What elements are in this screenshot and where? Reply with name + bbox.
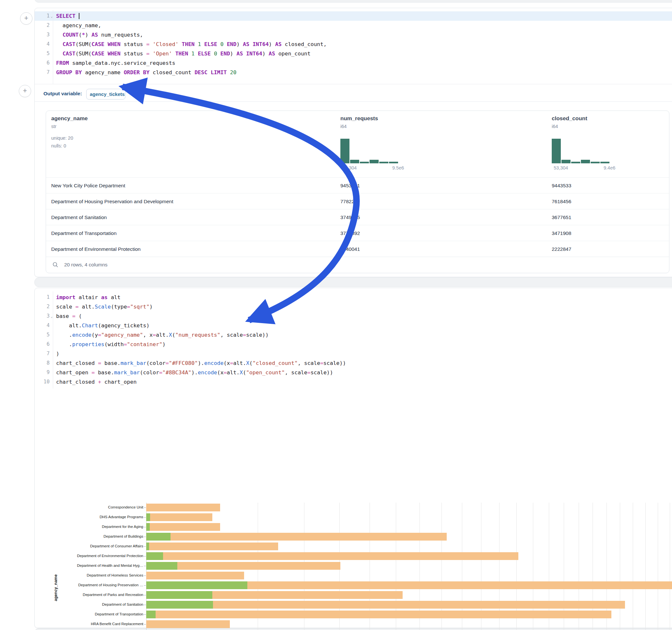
code-line-5[interactable]: 5 .encode(y="agency_name", x=alt.X("num_… bbox=[35, 330, 672, 340]
gridline bbox=[658, 503, 658, 630]
line-number: 1 bbox=[35, 293, 50, 302]
open_count-bar bbox=[146, 523, 150, 531]
line-number: 7 bbox=[35, 68, 50, 77]
table-cell: 7618456 bbox=[552, 193, 571, 209]
table-row[interactable]: Department of Sanitation37494853677651 bbox=[46, 209, 669, 225]
open_count-bar bbox=[146, 513, 150, 521]
next-cell-edge bbox=[34, 628, 672, 630]
code-text: CAST(SUM(CASE WHEN status = 'Closed' THE… bbox=[56, 40, 327, 49]
table-row[interactable]: New York City Police Department945313194… bbox=[46, 177, 669, 193]
line-number: 6 bbox=[35, 340, 50, 349]
table-row[interactable]: Department of Housing Preservation and D… bbox=[46, 193, 669, 209]
code-line-3[interactable]: 3⌄base = ( bbox=[35, 311, 672, 321]
y-axis-label: Department of Sanitation bbox=[36, 602, 143, 606]
column-type: i64 bbox=[552, 124, 558, 129]
column-header-num_requests[interactable]: num_requests bbox=[340, 115, 378, 122]
code-line-9[interactable]: 9chart_open = base.mark_bar(color="#8BC3… bbox=[35, 368, 672, 377]
y-axis-label: Department for the Aging bbox=[36, 525, 143, 529]
fold-chevron-icon[interactable]: ⌄ bbox=[51, 312, 53, 321]
histogram-bar bbox=[600, 162, 609, 163]
y-axis-label: Department of Health and Mental Hyg… bbox=[36, 563, 143, 567]
line-number: 3 bbox=[35, 311, 50, 321]
histogram-min-label: 53,304 bbox=[342, 165, 357, 170]
code-line-4[interactable]: 4 CAST(SUM(CASE WHEN status = 'Closed' T… bbox=[35, 40, 672, 49]
code-line-6[interactable]: 6 .properties(width="container") bbox=[35, 340, 672, 349]
code-line-1[interactable]: 1⌄SELECT bbox=[35, 11, 672, 21]
line-number: 4 bbox=[35, 321, 50, 330]
table-cell: Department of Housing Preservation and D… bbox=[51, 193, 173, 209]
code-text: import altair as alt bbox=[56, 293, 121, 302]
add-cell-button-output[interactable]: + bbox=[19, 85, 31, 97]
open_count-bar bbox=[146, 591, 212, 599]
output-table-divider bbox=[35, 101, 672, 102]
histogram-bar bbox=[379, 162, 388, 163]
column-header-closed_count[interactable]: closed_count bbox=[552, 115, 587, 122]
output-variable-pill[interactable]: agency_tickets bbox=[86, 89, 125, 99]
y-axis-label: Correspondence Unit bbox=[36, 505, 143, 509]
code-line-2[interactable]: 2 agency_name, bbox=[35, 21, 672, 30]
y-axis-tick bbox=[144, 547, 146, 547]
line-number: 6 bbox=[35, 58, 50, 68]
search-icon[interactable] bbox=[52, 262, 58, 268]
code-line-8[interactable]: 8chart_closed = base.mark_bar(color="#FF… bbox=[35, 358, 672, 368]
histogram-bar bbox=[369, 160, 379, 163]
open_count-bar bbox=[146, 610, 155, 618]
code-text: COUNT(*) AS num_requests, bbox=[56, 30, 143, 40]
code-text: base = ( bbox=[56, 311, 82, 321]
y-axis-title: agency_name bbox=[53, 574, 58, 601]
y-axis-tick bbox=[144, 585, 146, 586]
code-line-4[interactable]: 4 alt.Chart(agency_tickets) bbox=[35, 321, 672, 330]
histogram-bar bbox=[581, 160, 590, 163]
open_count-bar bbox=[146, 562, 177, 570]
y-axis-label: DHS Advantage Programs bbox=[36, 515, 143, 519]
gridline bbox=[620, 503, 620, 630]
table-cell: 2222847 bbox=[552, 241, 571, 257]
code-line-5[interactable]: 5 CAST(SUM(CASE WHEN status = 'Open' THE… bbox=[35, 49, 672, 58]
code-text: FROM sample_data.nyc.service_requests bbox=[56, 58, 175, 68]
table-row[interactable]: Department of Transportation377489234719… bbox=[46, 225, 669, 241]
table-footer: 20 rows, 4 columns bbox=[46, 257, 669, 273]
open_count-bar bbox=[146, 581, 247, 589]
line-number: 7 bbox=[35, 349, 50, 358]
table-cell: 7782211 bbox=[340, 193, 360, 209]
code-output-divider bbox=[35, 84, 672, 84]
gridline bbox=[670, 503, 670, 630]
code-line-7[interactable]: 7) bbox=[35, 349, 672, 358]
column-header-agency_name[interactable]: agency_name bbox=[51, 115, 88, 122]
code-line-6[interactable]: 6FROM sample_data.nyc.service_requests bbox=[35, 58, 672, 68]
column-type: str bbox=[51, 124, 56, 129]
line-number: 3 bbox=[35, 30, 50, 40]
previous-cell-edge bbox=[34, 0, 672, 3]
table-row[interactable]: Department of Environmental Protection22… bbox=[46, 241, 669, 257]
y-axis-tick bbox=[144, 508, 146, 508]
fold-chevron-icon[interactable]: ⌄ bbox=[51, 12, 53, 21]
y-axis-tick bbox=[144, 566, 146, 566]
y-axis-label: Department of Transportation bbox=[36, 612, 143, 616]
line-number: 8 bbox=[35, 358, 50, 368]
closed_count-bar bbox=[146, 572, 244, 579]
code-text: agency_name, bbox=[56, 21, 101, 30]
sql-code-editor[interactable]: 1⌄SELECT 2 agency_name,3 COUNT(*) AS num… bbox=[35, 8, 672, 84]
line-number: 5 bbox=[35, 49, 50, 58]
code-text: .properties(width="container") bbox=[56, 340, 166, 349]
code-line-3[interactable]: 3 COUNT(*) AS num_requests, bbox=[35, 30, 672, 40]
histogram-bar bbox=[350, 160, 359, 163]
histogram-bar bbox=[571, 162, 580, 163]
histogram-bar bbox=[389, 162, 398, 163]
add-cell-gap[interactable] bbox=[34, 277, 672, 287]
y-axis-label: HRA Benefit Card Replacement bbox=[36, 622, 143, 626]
table-cell: Department of Environmental Protection bbox=[51, 241, 141, 257]
add-cell-button-top[interactable]: + bbox=[20, 12, 32, 25]
code-line-1[interactable]: 1import altair as alt bbox=[35, 293, 672, 302]
code-text: chart_closed = base.mark_bar(color="#FFC… bbox=[56, 358, 346, 368]
y-axis-tick bbox=[144, 517, 146, 517]
y-axis-tick bbox=[144, 614, 146, 615]
code-line-10[interactable]: 10chart_closed + chart_open bbox=[35, 377, 672, 387]
gutter-border bbox=[53, 10, 53, 84]
result-table-panel: agency_namestrunique: 20nulls: 0num_requ… bbox=[46, 111, 669, 273]
histogram-bar bbox=[552, 139, 561, 163]
python-code-editor[interactable]: 1import altair as alt2scale = alt.Scale(… bbox=[35, 288, 672, 389]
code-line-2[interactable]: 2scale = alt.Scale(type="sqrt") bbox=[35, 302, 672, 311]
closed_count-bar bbox=[146, 533, 447, 540]
code-line-7[interactable]: 7GROUP BY agency_name ORDER BY closed_co… bbox=[35, 68, 672, 77]
